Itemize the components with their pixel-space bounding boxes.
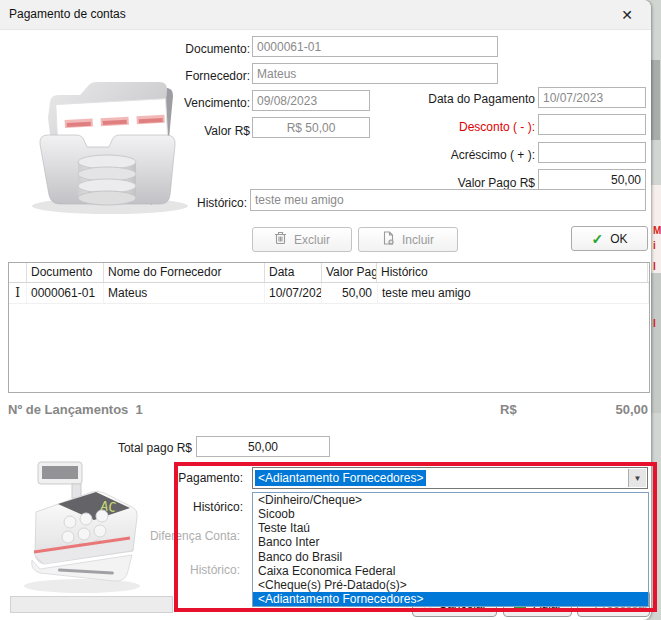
col-data: Data [265, 263, 322, 282]
close-icon[interactable]: ✕ [615, 5, 639, 25]
dropdown-option[interactable]: Teste Itaú [253, 521, 648, 535]
diferenca-conta-label: Diferença Conta: [115, 529, 240, 543]
dropdown-option[interactable]: <Cheque(s) Pré-Datado(s)> [253, 578, 648, 592]
vencimento-field[interactable]: 09/08/2023 [252, 90, 370, 111]
total-pago-field[interactable]: 50,00 [196, 436, 330, 457]
col-documento: Documento [27, 263, 104, 282]
summary-currency: R$ [500, 402, 517, 417]
trash-icon [274, 231, 287, 248]
dialog-title: Pagamento de contas [9, 7, 126, 21]
col-nome-fornecedor: Nome do Fornecedor [104, 263, 265, 282]
table-row[interactable]: I 0000061-01 Mateus 10/07/2023 50,00 tes… [9, 283, 649, 304]
fornecedor-label: Fornecedor: [150, 69, 250, 83]
chevron-down-icon[interactable]: ▼ [628, 469, 646, 487]
cell-fornecedor: Mateus [104, 283, 265, 303]
dropdown-option[interactable]: Sicoob [253, 507, 648, 521]
desconto-field[interactable] [538, 114, 646, 135]
table-header-row: Documento Nome do Fornecedor Data Valor … [9, 263, 649, 283]
background-red-text: I [653, 319, 656, 329]
pagamento-dropdown-list: <Dinheiro/Cheque> Sicoob Teste Itaú Banc… [252, 492, 649, 607]
total-pago-label: Total pago R$ [92, 441, 192, 455]
ok-button[interactable]: ✓ OK [571, 226, 648, 251]
num-lancamentos-label: Nº de Lançamentos [8, 402, 128, 417]
data-pagamento-field[interactable]: 10/07/2023 [538, 87, 646, 108]
cell-data: 10/07/2023 [265, 283, 322, 303]
lancamentos-table: Documento Nome do Fornecedor Data Valor … [8, 262, 650, 393]
title-bar: Pagamento de contas ✕ [0, 0, 651, 30]
col-filler [648, 263, 652, 282]
incluir-button[interactable]: Incluir [358, 227, 458, 252]
cell-documento: 0000061-01 [27, 283, 104, 303]
row-marker-header [9, 263, 27, 282]
disabled-historico-field [10, 596, 173, 613]
summary-total: 50,00 [560, 402, 648, 417]
background-window-strip: M i I I [650, 0, 661, 620]
documento-field[interactable]: 0000061-01 [252, 36, 498, 57]
vencimento-label: Vencimento: [150, 96, 250, 110]
acrescimo-label: Acréscimo ( + ): [415, 148, 535, 162]
background-red-text: I [653, 262, 656, 272]
historico-pagamento-label: Histórico: [143, 500, 243, 514]
desconto-label: Desconto ( - ): [415, 120, 535, 134]
background-red-text: M [653, 226, 661, 236]
excluir-button[interactable]: Excluir [252, 227, 352, 252]
background-red-text: i [653, 241, 656, 251]
col-historico: Histórico [377, 263, 648, 282]
cell-valor-pago: 50,00 [322, 283, 378, 303]
valor-field[interactable]: R$ 50,00 [252, 117, 370, 138]
documento-label: Documento: [150, 42, 250, 56]
cash-register-image: AC [18, 448, 146, 596]
excluir-label: Excluir [294, 233, 330, 247]
document-add-icon [382, 231, 395, 249]
pagamento-de-contas-dialog: Pagamento de contas ✕ [0, 0, 651, 620]
ok-label: OK [610, 232, 627, 246]
historico-inferior-label: Histórico: [140, 563, 240, 577]
valor-pago-label: Valor Pago R$ [415, 176, 535, 190]
historico-field[interactable]: teste meu amigo [250, 189, 646, 211]
svg-text:AC: AC [100, 498, 118, 515]
dropdown-option-selected[interactable]: <Adiantamento Fornecedores> [253, 592, 648, 606]
data-pagamento-label: Data do Pagamento [415, 92, 535, 106]
fornecedor-field[interactable]: Mateus [252, 63, 498, 84]
valor-label: Valor R$ [150, 124, 250, 138]
pagamento-combobox[interactable]: <Adiantamento Fornecedores> ▼ [252, 467, 648, 489]
historico-label: Histórico: [147, 196, 247, 210]
check-icon: ✓ [591, 233, 603, 245]
pagamento-label: Pagamento: [143, 471, 243, 485]
combobox-selected-value: <Adiantamento Fornecedores> [255, 470, 426, 486]
col-valor-pago: Valor Pago [322, 263, 377, 282]
background-scrollbar [651, 60, 660, 140]
num-lancamentos-value: 1 [136, 402, 143, 417]
dropdown-option[interactable]: Banco Inter [253, 535, 648, 549]
acrescimo-field[interactable] [538, 142, 646, 163]
dropdown-option[interactable]: <Dinheiro/Cheque> [253, 493, 648, 507]
dropdown-option[interactable]: Caixa Economica Federal [253, 564, 648, 578]
num-lancamentos: Nº de Lançamentos 1 [8, 402, 143, 417]
cell-filler [649, 283, 653, 303]
cell-historico: teste meu amigo [378, 283, 649, 303]
incluir-label: Incluir [402, 233, 434, 247]
row-marker-icon: I [9, 283, 27, 303]
valor-pago-field[interactable]: 50,00 [538, 169, 646, 190]
dropdown-option[interactable]: Banco do Brasil [253, 550, 648, 564]
